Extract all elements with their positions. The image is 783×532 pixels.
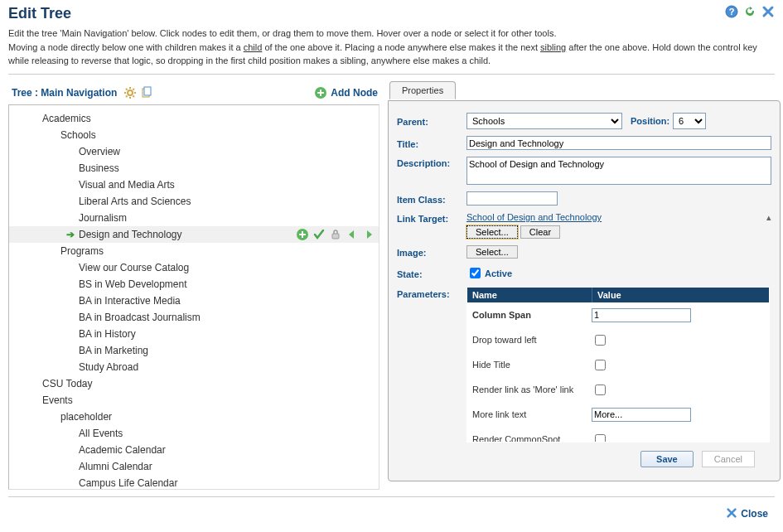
tree-item[interactable]: BA in Broadcast Journalism xyxy=(9,309,379,326)
tree-item[interactable]: BS in Web Development xyxy=(9,276,379,293)
tree-item-label: All Events xyxy=(79,428,375,439)
param-checkbox[interactable] xyxy=(595,335,606,346)
tree-view[interactable]: AcademicsSchoolsOverviewBusinessVisual a… xyxy=(8,104,379,490)
node-left-icon[interactable] xyxy=(346,228,359,241)
refresh-icon[interactable] xyxy=(743,5,756,18)
tree-item[interactable]: Schools xyxy=(9,127,379,143)
param-name: Drop toward left xyxy=(467,333,587,346)
param-checkbox[interactable] xyxy=(595,384,606,395)
tree-item[interactable]: CSU Today xyxy=(9,375,379,392)
page-title: Edit Tree xyxy=(8,5,71,22)
item-class-input[interactable] xyxy=(466,191,558,206)
param-name: Render CommonSpot xyxy=(467,433,587,442)
tree-item-label: Schools xyxy=(60,129,375,141)
item-class-label: Item Class: xyxy=(397,193,466,205)
tree-item[interactable]: View our Course Catalog xyxy=(9,259,379,276)
tree-item[interactable]: Academic Calendar xyxy=(9,442,379,458)
help-icon[interactable]: ? xyxy=(725,5,738,18)
help-text-1: Edit the tree 'Main Navigation' below. C… xyxy=(8,27,775,40)
tree-item-label: Campus Life Calendar xyxy=(79,477,375,489)
save-button[interactable]: Save xyxy=(640,451,694,467)
node-right-icon[interactable] xyxy=(362,228,375,241)
tree-item-label: BS in Web Development xyxy=(79,278,375,290)
tree-item[interactable]: Academics xyxy=(9,110,379,127)
tree-item[interactable]: Alumni Calendar xyxy=(9,458,379,475)
parent-select[interactable]: Schools xyxy=(466,113,622,129)
close-icon[interactable] xyxy=(726,507,737,520)
link-target-clear-button[interactable]: Clear xyxy=(520,225,560,239)
param-row: Hide Title xyxy=(467,352,769,377)
divider-bottom xyxy=(8,496,775,497)
tree-item-label: Visual and Media Arts xyxy=(79,179,375,191)
image-select-button[interactable]: Select... xyxy=(466,245,518,259)
tree-item[interactable]: BA in History xyxy=(9,326,379,342)
position-select[interactable]: 6 xyxy=(673,113,706,129)
svg-rect-15 xyxy=(332,234,339,239)
state-active-checkbox[interactable] xyxy=(470,268,481,278)
state-active-text: Active xyxy=(485,268,512,278)
svg-line-10 xyxy=(133,89,135,90)
close-dialog-icon[interactable] xyxy=(761,5,775,18)
title-label: Title: xyxy=(397,138,466,149)
title-input[interactable] xyxy=(466,136,771,150)
node-lock-icon[interactable] xyxy=(329,228,342,241)
param-text-input[interactable] xyxy=(592,308,691,322)
tree-item[interactable]: BA in Interactive Media xyxy=(9,293,379,309)
svg-text:?: ? xyxy=(729,7,735,17)
tree-item-label: Design and Technology xyxy=(79,229,296,240)
tree-item-label: CSU Today xyxy=(42,378,375,389)
tree-item-label: placeholder xyxy=(60,411,375,423)
tree-item[interactable]: Journalism xyxy=(9,210,379,226)
divider xyxy=(8,74,775,75)
tree-item[interactable]: Overview xyxy=(9,143,379,160)
close-button[interactable]: Close xyxy=(741,508,768,520)
tree-item[interactable]: ➔Design and Technology xyxy=(9,226,379,243)
tree-item[interactable]: All Events xyxy=(9,425,379,442)
cancel-button[interactable]: Cancel xyxy=(702,451,755,467)
selected-arrow-icon: ➔ xyxy=(66,229,75,240)
tree-item-label: Events xyxy=(42,394,375,406)
add-node-button[interactable]: Add Node xyxy=(314,86,378,99)
svg-line-7 xyxy=(126,89,128,90)
tree-item-label: Business xyxy=(79,162,375,174)
tree-item[interactable]: Campus Life Calendar xyxy=(9,475,379,490)
tree-item-label: BA in Marketing xyxy=(79,345,375,356)
parent-label: Parent: xyxy=(397,115,466,127)
state-label: State: xyxy=(397,268,466,279)
tree-item[interactable]: Liberal Arts and Sciences xyxy=(9,193,379,210)
link-target-label: Link Target: xyxy=(397,212,466,224)
node-add-icon[interactable] xyxy=(296,228,309,241)
tree-item[interactable]: placeholder xyxy=(9,409,379,425)
tree-item-label: BA in Interactive Media xyxy=(79,295,375,307)
tree-item-label: Academics xyxy=(42,113,375,124)
svg-point-2 xyxy=(128,90,133,95)
params-head-name: Name xyxy=(467,288,592,302)
tree-item[interactable]: Visual and Media Arts xyxy=(9,177,379,193)
tree-item-label: BA in History xyxy=(79,328,375,340)
param-checkbox[interactable] xyxy=(595,434,606,443)
tree-item[interactable]: Programs xyxy=(9,243,379,259)
tab-properties[interactable]: Properties xyxy=(389,81,456,99)
link-expand-icon[interactable]: ▴ xyxy=(766,212,771,223)
param-checkbox[interactable] xyxy=(595,360,606,370)
tree-item-label: BA in Broadcast Journalism xyxy=(79,312,375,323)
add-icon xyxy=(314,86,327,99)
parameters-label: Parameters: xyxy=(397,288,466,299)
gear-icon[interactable] xyxy=(123,86,137,99)
tree-item[interactable]: Study Abroad xyxy=(9,359,379,375)
tree-item-label: Journalism xyxy=(79,212,375,224)
param-text-input[interactable] xyxy=(592,408,691,422)
link-target-select-button[interactable]: Select... xyxy=(466,225,518,239)
description-input[interactable] xyxy=(466,157,771,185)
parameters-table: Name Value Column SpanDrop toward leftHi… xyxy=(466,288,770,443)
copy-icon[interactable] xyxy=(140,86,153,99)
tree-item[interactable]: BA in Marketing xyxy=(9,342,379,359)
link-target-link[interactable]: School of Design and Technology xyxy=(466,212,602,222)
svg-line-9 xyxy=(126,96,128,98)
param-name: Hide Title xyxy=(467,358,587,371)
node-check-icon[interactable] xyxy=(312,228,326,241)
tree-item-label: Programs xyxy=(60,245,375,257)
tree-item-label: Overview xyxy=(79,146,375,157)
tree-item[interactable]: Events xyxy=(9,392,379,409)
tree-item[interactable]: Business xyxy=(9,160,379,177)
